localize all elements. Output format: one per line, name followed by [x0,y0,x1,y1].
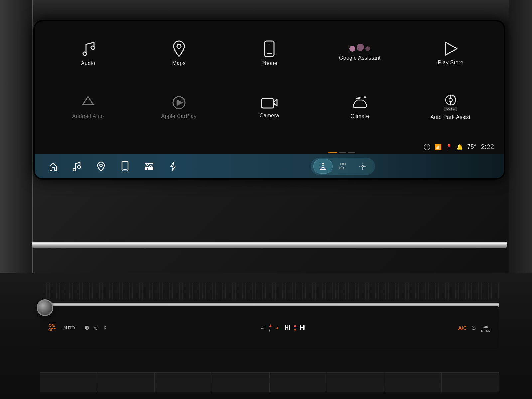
app-climate[interactable]: Climate [316,82,403,133]
hvac-panel: ON/OFF AUTO ☻ ☺ ⚬ ≋ ▲ 6 ▲ HI ▲ ▲ HI [40,306,499,349]
nav-phone-2[interactable] [113,157,137,176]
rear-control[interactable]: ☁ REAR [481,323,490,333]
svg-point-20 [100,164,102,167]
status-icons: G 📶 📍 🔔 [424,143,463,151]
status-bar: G 📶 📍 🔔 75° 2:22 [35,139,504,154]
app-android-auto[interactable]: Android Auto [45,82,132,133]
screen-bezel: Audio Maps [33,20,505,180]
nav-maps[interactable] [89,157,113,176]
svg-point-28 [146,168,148,170]
camera-label: Camera [260,113,279,119]
auto-park-icon: AUTO [443,94,458,111]
auto-label: AUTO [63,325,75,330]
hvac-btn-2[interactable] [97,373,155,392]
map-pin-icon [172,40,186,57]
climate-fan[interactable] [353,159,372,174]
hvac-btn-4[interactable] [212,373,270,392]
app-grid: Audio Maps [35,21,504,139]
location-icon: 📍 [446,144,452,150]
right-temp: HI [300,324,306,331]
app-apple-carplay[interactable]: Apple CarPlay [135,82,222,133]
svg-point-29 [322,163,324,165]
airflow-face[interactable]: ☻ [83,324,90,332]
audio-label: Audio [81,60,95,66]
app-auto-park[interactable]: AUTO Auto Park Assist [407,82,494,133]
svg-point-0 [83,52,86,55]
fan-speed-label: 6 [269,328,271,333]
phone-icon [263,40,275,57]
svg-point-2 [177,44,181,48]
nav-settings[interactable] [137,157,161,176]
google-assistant-icon [349,46,370,52]
right-temp-section: HI ▲ ▲ HI [284,323,306,332]
ac-button[interactable]: A/C [458,325,466,331]
climate-seat-1[interactable] [313,159,332,174]
play-store-icon [443,41,458,56]
apple-carplay-label: Apple CarPlay [161,113,197,119]
phone-label: Phone [261,60,277,66]
hvac-btn-1[interactable] [40,373,97,392]
svg-point-1 [91,46,94,49]
android-auto-label: Android Auto [72,113,104,119]
svg-point-19 [78,166,80,168]
maps-label: Maps [172,60,185,66]
android-auto-icon [81,95,95,110]
hvac-btn-7[interactable] [384,373,442,392]
svg-point-18 [73,168,76,171]
on-off-button[interactable]: ON/OFF [48,323,56,332]
vent-grille [40,283,499,299]
svg-point-30 [341,163,343,165]
svg-rect-10 [262,99,274,108]
svg-point-26 [146,163,148,165]
wifi-icon: 📶 [434,143,442,151]
airflow-face-feet[interactable]: ☺ [93,324,100,332]
play-store-label: Play Store [438,60,463,66]
climate-seat-2[interactable] [333,159,352,174]
app-camera[interactable]: Camera [226,82,313,133]
app-phone[interactable]: Phone [226,28,313,79]
climate-label: Climate [350,113,369,119]
auto-park-label: Auto Park Assist [430,114,470,120]
nav-home[interactable] [41,157,65,176]
hvac-btn-5[interactable] [270,373,327,392]
auto-badge: AUTO [444,107,457,111]
svg-point-11 [364,97,366,98]
app-maps[interactable]: Maps [135,28,222,79]
hvac-btn-8[interactable] [442,373,499,392]
left-temp: HI [284,324,290,331]
page-indicator-active [328,152,337,153]
bottom-button-row [40,372,499,392]
hvac-btn-6[interactable] [327,373,384,392]
fan-indicator: ≋ [261,325,264,330]
svg-marker-9 [177,100,182,105]
airflow-feet[interactable]: ⚬ [102,324,108,332]
time-display: 2:22 [481,143,494,151]
left-temp-section: ≋ ▲ 6 ▲ [261,323,280,333]
app-play-store[interactable]: Play Store [407,28,494,79]
fan-down-arrow: ▲ [275,325,279,330]
nav-audio[interactable] [65,157,89,176]
bottom-nav [35,154,504,178]
heat-icon: ♨ [471,324,476,331]
main-screen: Audio Maps [35,21,504,178]
right-hvac-controls: A/C ♨ ☁ REAR [458,323,490,333]
climate-icon [352,95,368,110]
physical-dashboard: ON/OFF AUTO ☻ ☺ ⚬ ≋ ▲ 6 ▲ HI ▲ ▲ HI [0,273,532,399]
chrome-accent-bar [32,242,507,248]
carplay-icon [172,95,186,110]
airflow-controls: ☻ ☺ ⚬ [83,324,108,332]
svg-point-31 [343,163,345,165]
nav-lightning[interactable] [161,157,185,176]
app-google-assistant[interactable]: Google Assistant [316,28,403,79]
camera-icon [261,96,278,109]
temperature-display: 75° [467,143,476,150]
app-audio[interactable]: Audio [45,28,132,79]
page-indicator-3 [348,152,355,153]
fan-up-arrow: ▲ [268,323,273,328]
music-note-icon [81,40,95,57]
bell-icon: 🔔 [456,144,463,150]
svg-marker-6 [446,42,457,55]
volume-knob[interactable] [37,299,53,316]
hvac-btn-3[interactable] [155,373,212,392]
page-indicator-2 [339,152,346,153]
